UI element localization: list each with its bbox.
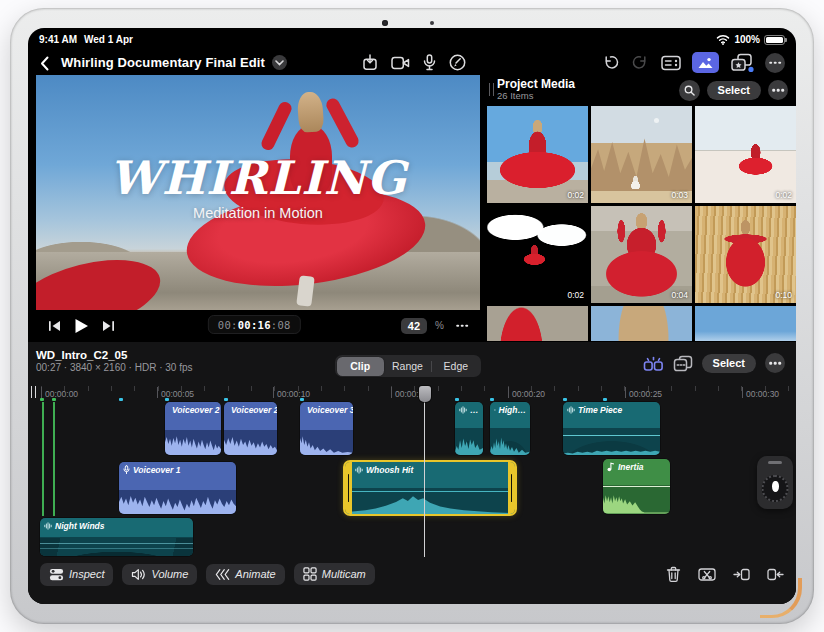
speaker-icon <box>131 568 146 581</box>
delete-button[interactable] <box>666 566 681 583</box>
media-thumbnail[interactable]: 0:03 <box>591 106 692 203</box>
redo-button[interactable] <box>631 53 650 72</box>
titles-effects-button[interactable] <box>730 53 754 73</box>
connected-clip-line <box>42 402 44 516</box>
record-video-button[interactable] <box>391 56 410 70</box>
playhead[interactable] <box>424 386 425 557</box>
media-thumbnail[interactable] <box>695 306 796 341</box>
chevron-down-icon <box>275 60 284 66</box>
timeline-clip-voiceover1[interactable]: Voiceover 1 <box>119 462 236 514</box>
panel-drag-handle[interactable] <box>489 83 494 96</box>
ruler-label: 00:00:10 <box>277 389 310 399</box>
undo-button[interactable] <box>601 53 620 72</box>
play-button[interactable] <box>74 318 89 334</box>
animate-button[interactable]: Animate <box>206 564 284 585</box>
camera-sensor <box>430 21 434 25</box>
audio-waveform-icon <box>44 522 52 530</box>
jog-drag-handle[interactable] <box>768 461 782 464</box>
screen: 9:41 AM Wed 1 Apr 100% Whirling Document… <box>28 28 796 604</box>
timeline-clip-high[interactable]: High… <box>490 402 530 455</box>
ipad-device-frame: 9:41 AM Wed 1 Apr 100% Whirling Document… <box>10 8 814 624</box>
music-note-icon <box>607 462 615 472</box>
more-options-button[interactable] <box>765 53 785 73</box>
timeline-clip-inertia[interactable]: Inertia <box>603 459 670 514</box>
inspect-button[interactable]: Inspect <box>40 563 113 586</box>
project-title: Whirling Documentary Final Edit <box>61 55 265 70</box>
media-thumbnail[interactable]: 0:04 <box>591 206 692 303</box>
media-thumbnail[interactable]: 0:10 <box>695 206 796 303</box>
trash-icon <box>666 566 681 583</box>
ruler-start-marker <box>31 386 36 398</box>
viewer-zoom-unit: % <box>435 320 444 331</box>
media-search-button[interactable] <box>679 80 700 101</box>
ruler-label: 00:00:25 <box>629 389 662 399</box>
ruler-label: 00:00:20 <box>512 389 545 399</box>
media-thumbnail[interactable]: 0:02 <box>487 206 588 303</box>
insert-clip-button[interactable] <box>733 567 750 582</box>
timeline-clip-time-piece[interactable]: Time Piece <box>563 402 660 455</box>
share-button[interactable] <box>362 54 378 71</box>
jog-dial[interactable] <box>762 475 789 502</box>
transport-bar: 00:00:16:08 42 % <box>36 310 480 341</box>
multicam-button[interactable]: Multicam <box>294 563 375 585</box>
blade-scissors-icon <box>698 567 716 582</box>
back-button[interactable] <box>40 56 49 71</box>
viewer-more-button[interactable] <box>452 316 472 336</box>
media-thumbnail[interactable]: 0:02 <box>487 106 588 203</box>
undo-icon <box>601 53 620 72</box>
redo-icon <box>631 53 650 72</box>
video-viewer: WHIRLING Meditation in Motion <box>36 75 480 310</box>
ruler-label: 00:00:30 <box>746 389 779 399</box>
mic-icon <box>123 465 130 475</box>
mode-clip[interactable]: Clip <box>337 357 384 376</box>
skip-back-button[interactable] <box>48 320 61 332</box>
timeline-clip-night-winds[interactable]: Night Winds <box>40 518 193 556</box>
pencil-circle-icon <box>449 54 466 71</box>
bottom-toolbar: Inspect Volume Animate Multicam <box>28 561 796 587</box>
timeline-clip-voiceover2b[interactable]: Voiceover 2 <box>224 402 277 455</box>
media-more-button[interactable] <box>768 80 788 100</box>
timecode-display[interactable]: 00:00:16:08 <box>208 315 301 334</box>
timeline-more-button[interactable] <box>765 353 785 373</box>
pencil-tool-button[interactable] <box>449 54 466 71</box>
corner-reflection <box>760 578 802 618</box>
viewer-zoom-value[interactable]: 42 <box>401 318 427 334</box>
insert-clip-icon <box>733 567 750 582</box>
inspector-toggle-button[interactable] <box>661 55 681 71</box>
blade-button[interactable] <box>698 567 716 582</box>
microphone-icon <box>423 54 436 71</box>
timeline-clip-voiceover3[interactable]: Voiceover 3 <box>300 402 353 455</box>
edit-mode-segmented-control: Clip Range Edge <box>335 355 481 377</box>
timeline-clip-voiceover2a[interactable]: Voiceover 2 <box>165 402 221 455</box>
clock: 9:41 AM <box>39 34 77 45</box>
clip-overlap-button[interactable] <box>673 355 693 372</box>
magnetic-timeline-button[interactable] <box>643 355 664 372</box>
skip-forward-button[interactable] <box>102 320 115 332</box>
status-bar: 9:41 AM Wed 1 Apr 100% <box>28 31 796 48</box>
jog-wheel[interactable] <box>757 456 793 509</box>
timeline-clip-whoosh-hit-selected[interactable]: Whoosh Hit <box>343 460 517 516</box>
timeline-select-button[interactable]: Select <box>702 354 756 373</box>
media-browser-toggle-active[interactable] <box>692 52 719 73</box>
mode-range[interactable]: Range <box>384 357 431 376</box>
clip-star-icon <box>730 53 754 73</box>
media-thumbnail[interactable] <box>487 306 588 341</box>
playhead-handle[interactable] <box>419 386 431 402</box>
inspector-list-icon <box>661 55 681 71</box>
battery-icon <box>764 35 785 45</box>
timeline-ruler[interactable]: 00:00:00 00:00:05 00:00:10 00:00:15 00:0… <box>28 386 796 401</box>
search-icon <box>684 85 695 96</box>
record-audio-button[interactable] <box>423 54 436 71</box>
media-thumbnail[interactable] <box>591 306 692 341</box>
media-panel-title: Project Media <box>497 78 575 92</box>
title-menu-button[interactable] <box>272 55 287 70</box>
photo-icon <box>697 56 714 69</box>
media-thumbnail-grid: 0:02 0:03 0:02 0:02 0:04 0:10 <box>487 106 796 341</box>
media-thumbnail[interactable]: 0:02 <box>695 106 796 203</box>
media-select-button[interactable]: Select <box>707 81 761 100</box>
mode-edge[interactable]: Edge <box>432 357 479 376</box>
skip-back-icon <box>48 320 61 332</box>
timeline-clip-sfx-small[interactable]: … <box>455 402 483 455</box>
volume-button[interactable]: Volume <box>122 564 197 585</box>
audio-waveform-icon <box>355 466 363 474</box>
